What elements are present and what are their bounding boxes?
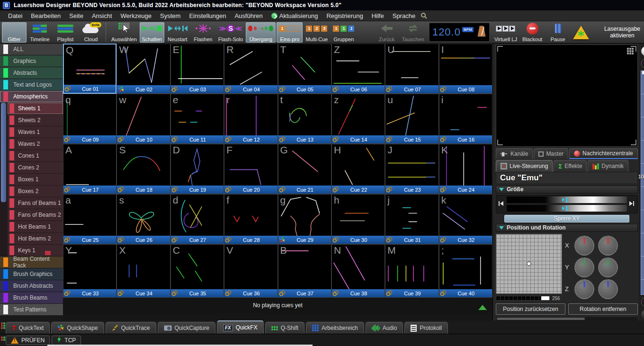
tcp-button[interactable]: TCP bbox=[52, 336, 81, 345]
neustart-button[interactable]: Neustart bbox=[165, 22, 190, 43]
schalten-button[interactable]: Schalten bbox=[140, 22, 164, 43]
depth-slider[interactable] bbox=[496, 296, 550, 301]
cue-cell-cue-24[interactable]: KCue 24 bbox=[439, 144, 492, 194]
subcategory-hscroll-thumb[interactable] bbox=[45, 251, 51, 255]
sidebar-item-brush-beams[interactable]: Brush Beams bbox=[0, 292, 63, 303]
tab-arbeitsbereich[interactable]: Arbeitsbereich bbox=[306, 322, 364, 334]
menu-item-einstellungen[interactable]: Einstellungen bbox=[185, 12, 230, 19]
sidebar-item-all[interactable]: ALL bbox=[0, 44, 63, 55]
rotation-remove-button[interactable]: Rotation entfernen bbox=[568, 303, 638, 315]
tab-quicktext[interactable]: TQuickText bbox=[6, 322, 50, 334]
flashen-button[interactable]: Flashen bbox=[191, 22, 215, 43]
cue-cell-cue-07[interactable]: UCue 07 bbox=[385, 44, 438, 94]
eins-pro-button[interactable]: 1 Eins-pro bbox=[277, 22, 303, 43]
tab-audio[interactable]: Audio bbox=[366, 322, 403, 334]
cue-cell-cue-06[interactable]: ZCue 06 bbox=[331, 44, 385, 94]
cue-cell-cue-10[interactable]: wCue 10 bbox=[116, 94, 170, 144]
position-rotation-section-header[interactable]: Position und Rotation bbox=[496, 224, 638, 232]
sidebar-subitem-cones-1[interactable]: Cones 1 bbox=[8, 150, 63, 161]
cue-cell-cue-11[interactable]: eCue 11 bbox=[170, 94, 224, 144]
cue-cell-cue-01[interactable]: QCue 01 bbox=[63, 44, 116, 94]
cue-cell-cue-22[interactable]: HCue 22 bbox=[331, 144, 385, 194]
timeline-button[interactable]: Timeline bbox=[27, 22, 52, 43]
playlist-button[interactable]: Playlist bbox=[53, 22, 78, 43]
menu-item-registrierung[interactable]: Registrierung bbox=[322, 12, 367, 19]
tab-q-shift[interactable]: Q-Shift bbox=[265, 322, 304, 334]
menu-item-sprache[interactable]: Sprache bbox=[388, 12, 420, 19]
size-slider-y[interactable] bbox=[507, 205, 627, 212]
cue-cell-cue-35[interactable]: CCue 35 bbox=[170, 244, 224, 298]
cue-cell-cue-08[interactable]: ICue 08 bbox=[439, 44, 492, 94]
sperre-xy-button[interactable]: Sperre XY bbox=[504, 215, 629, 222]
sidebar-subitem-fans-of-beams-1[interactable]: Fans of Beams 1 bbox=[8, 197, 63, 209]
sidebar-subitem-hot-beams-1[interactable]: Hot Beams 1 bbox=[8, 221, 63, 232]
cue-cell-cue-31[interactable]: jCue 31 bbox=[385, 194, 438, 244]
cue-cell-cue-30[interactable]: hCue 30 bbox=[331, 194, 385, 244]
menu-item-werkzeuge[interactable]: Werkzeuge bbox=[116, 12, 156, 19]
tab-quicktrace[interactable]: QuickTrace bbox=[106, 322, 156, 334]
gitter-button[interactable]: Gitter bbox=[2, 22, 27, 43]
preview-grid-icon[interactable] bbox=[627, 48, 634, 54]
size-slider-x[interactable] bbox=[507, 196, 627, 203]
cue-cell-cue-29[interactable]: gCue 29 bbox=[278, 194, 331, 244]
menu-item-seite[interactable]: Seite bbox=[65, 12, 88, 19]
flash-solo-button[interactable]: ≫S≪ Flash-Solo bbox=[216, 22, 245, 43]
sidebar-item-atmospherics[interactable]: Atmospherics bbox=[0, 91, 63, 102]
tab-master[interactable]: Master bbox=[534, 148, 568, 159]
tab-effekte[interactable]: ΣEffekte bbox=[554, 160, 587, 172]
cue-cell-cue-19[interactable]: DCue 19 bbox=[170, 144, 224, 194]
cue-cell-cue-27[interactable]: dCue 27 bbox=[170, 194, 224, 244]
cue-cell-cue-17[interactable]: ACue 17 bbox=[63, 144, 116, 194]
tab-quickcapture[interactable]: QuickCapture bbox=[158, 322, 215, 334]
sidebar-subitem-boxes-1[interactable]: Boxes 1 bbox=[8, 174, 63, 185]
pause-button[interactable]: Pause bbox=[546, 22, 570, 43]
tab-quickfx[interactable]: FXQuickFX bbox=[217, 320, 264, 334]
tab-dynamik[interactable]: Dynamik bbox=[588, 160, 628, 172]
laser-output-enable-button[interactable]: Laserausgabeaktivieren bbox=[571, 22, 642, 43]
menu-item-datei[interactable]: Datei bbox=[4, 12, 27, 19]
sidebar-subitem-cones-2[interactable]: Cones 2 bbox=[8, 162, 63, 173]
sidebar-subitem-waves-1[interactable]: Waves 1 bbox=[8, 126, 63, 138]
rotation-knob-z-2[interactable] bbox=[598, 279, 618, 299]
rotation-knob-x-2[interactable] bbox=[598, 236, 618, 256]
virtuell-lj-button[interactable]: Virtuell LJ bbox=[492, 22, 519, 43]
position-pad[interactable] bbox=[496, 234, 562, 294]
sidebar-subitem-sheets-2[interactable]: Sheets 2 bbox=[8, 115, 63, 126]
sidebar-item-text-and-logos[interactable]: Text and Logos bbox=[0, 79, 63, 90]
cue-cell-cue-03[interactable]: ECue 03 bbox=[170, 44, 224, 94]
edge-button-dark-bottom[interactable] bbox=[641, 310, 644, 319]
sidebar-item-beam-content-pack[interactable]: Beam Content Pack bbox=[0, 257, 63, 268]
cue-cell-cue-26[interactable]: sCue 26 bbox=[116, 194, 170, 244]
cue-cell-cue-23[interactable]: JCue 23 bbox=[385, 144, 438, 194]
edge-button-magenta-bottom[interactable] bbox=[641, 297, 644, 307]
multi-cue-button[interactable]: 123 Multi-Cue bbox=[304, 22, 330, 43]
sidebar-subitem-keys-1[interactable]: Keys 1 bbox=[8, 245, 63, 256]
cue-cell-cue-12[interactable]: rCue 12 bbox=[224, 94, 277, 144]
sidebar-item-test-patterns[interactable]: Test Patterns bbox=[0, 304, 63, 315]
menu-item-ausf-hren[interactable]: Ausführen bbox=[230, 12, 267, 19]
cue-cell-cue-21[interactable]: GCue 21 bbox=[278, 144, 331, 194]
metronome-icon[interactable] bbox=[477, 25, 486, 39]
sidebar-item-abstracts[interactable]: Abstracts bbox=[0, 67, 63, 79]
position-pad-handle[interactable] bbox=[526, 261, 531, 266]
cue-cell-cue-28[interactable]: fCue 28 bbox=[224, 194, 277, 244]
expand-up-icon[interactable] bbox=[478, 305, 487, 310]
cue-cell-cue-04[interactable]: RCue 04 bbox=[224, 44, 277, 94]
zurueck-button[interactable]: Zurück bbox=[375, 22, 399, 43]
cue-cell-cue-36[interactable]: VCue 36 bbox=[224, 244, 277, 298]
cue-cell-cue-25[interactable]: aCue 25 bbox=[63, 194, 116, 244]
size-slider-y-thumb[interactable] bbox=[562, 205, 567, 211]
cue-cell-cue-20[interactable]: FCue 20 bbox=[224, 144, 277, 194]
subcategory-scrollbar[interactable] bbox=[1, 103, 6, 202]
cue-cell-cue-13[interactable]: tCue 13 bbox=[278, 94, 331, 144]
rotation-knob-x-1[interactable] bbox=[574, 236, 594, 256]
cue-cell-cue-39[interactable]: MCue 39 bbox=[385, 244, 438, 298]
tab-quickshape[interactable]: QuickShape bbox=[51, 322, 104, 334]
cue-cell-cue-33[interactable]: YCue 33 bbox=[63, 244, 116, 298]
master-fader[interactable]: 100% bbox=[641, 71, 644, 295]
tab-live-steuerung[interactable]: Live-Steuerung bbox=[496, 160, 553, 172]
sidebar-item-graphics[interactable]: Graphics bbox=[0, 55, 63, 67]
skip-end-icon[interactable] bbox=[629, 200, 635, 208]
master-fader-thumb[interactable] bbox=[642, 71, 644, 74]
sidebar-item-brush-abstracts[interactable]: Brush Abstracts bbox=[0, 280, 63, 292]
